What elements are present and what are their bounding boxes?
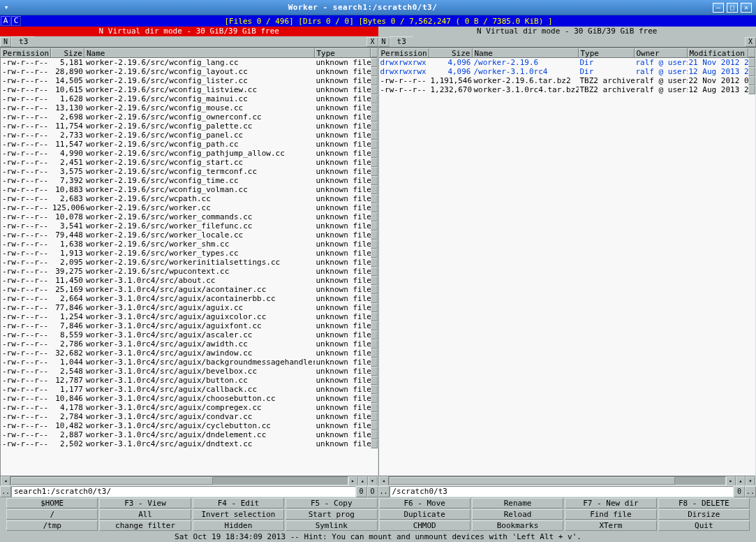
file-row[interactable]: -rw-r--r--1,254worker-3.1.0rc4/src/aguix…	[1, 312, 378, 321]
scroll-left-icon[interactable]: ◂	[379, 476, 389, 486]
file-row[interactable]: -rw-r--r--2,548worker-3.1.0rc4/src/aguix…	[1, 367, 378, 376]
h-scrollbar-left[interactable]	[10, 476, 348, 485]
path-history-left[interactable]: ..	[0, 486, 11, 497]
col-name[interactable]: Name	[84, 48, 315, 57]
left-file-list[interactable]: -rw-r--r--5,181worker-2.19.6/src/wconfig…	[1, 58, 378, 476]
action-button[interactable]: $HOME	[6, 498, 98, 508]
col-type[interactable]: Type	[579, 48, 635, 57]
file-row[interactable]: -rw-r--r--10,846worker-3.1.0rc4/src/agui…	[1, 394, 378, 403]
config-button[interactable]: C	[11, 16, 21, 26]
file-row[interactable]: -rw-r--r--1,913worker-2.19.6/src/worker_…	[1, 249, 378, 258]
file-row[interactable]: -rw-r--r--3,541worker-2.19.6/src/worker_…	[1, 221, 378, 230]
file-row[interactable]: -rw-r--r--2,095worker-2.19.6/src/workeri…	[1, 258, 378, 267]
file-row[interactable]: -rw-r--r--2,664worker-3.1.0rc4/src/aguix…	[1, 294, 378, 303]
file-row[interactable]: -rw-r--r--1,177worker-3.1.0rc4/src/aguix…	[1, 385, 378, 394]
file-row[interactable]: -rw-r--r--1,191,546worker-2.19.6.tar.bz2…	[379, 76, 756, 85]
scroll-right-icon[interactable]: ▸	[726, 476, 736, 486]
action-button[interactable]: Hidden	[193, 520, 284, 531]
file-row[interactable]: -rw-r--r--1,044worker-3.1.0rc4/src/aguix…	[1, 358, 378, 367]
action-button[interactable]: F3 - View	[99, 498, 191, 508]
tab-right[interactable]: t3	[390, 36, 414, 47]
action-button[interactable]: F4 - Edit	[193, 498, 284, 508]
path-input-left[interactable]: search1:/scratch0/t3/	[11, 486, 356, 497]
status-right[interactable]: N Virtual dir mode - 30 GiB/39 GiB free	[378, 27, 757, 36]
tab-new-right[interactable]: N	[378, 37, 390, 47]
scroll-up-icon[interactable]: ▴	[358, 476, 368, 486]
path-input-right[interactable]: /scratch0/t3	[390, 486, 734, 497]
action-button[interactable]: Rename	[472, 498, 563, 508]
action-button[interactable]: Bookmarks	[472, 520, 563, 531]
scroll-right-icon[interactable]: ▸	[348, 476, 358, 486]
action-button[interactable]: Find file	[565, 509, 656, 520]
file-row[interactable]: -rw-r--r--10,078worker-2.19.6/src/worker…	[1, 212, 378, 221]
tab-close-left[interactable]: X	[366, 37, 378, 47]
action-button[interactable]: CHMOD	[379, 520, 470, 531]
path-history-right[interactable]: ..	[378, 486, 390, 497]
action-button[interactable]: /tmp	[6, 520, 98, 531]
tab-left[interactable]: t3	[11, 36, 36, 47]
file-row[interactable]: -rw-r--r--4,178worker-3.1.0rc4/src/aguix…	[1, 403, 378, 412]
file-row[interactable]: -rw-r--r--4,990worker-2.19.6/src/wconfig…	[1, 149, 378, 158]
file-row[interactable]: -rw-r--r--5,181worker-2.19.6/src/wconfig…	[1, 58, 378, 67]
action-button[interactable]: Duplicate	[379, 509, 470, 520]
file-row[interactable]: -rw-r--r--13,130worker-2.19.6/src/wconfi…	[1, 103, 378, 112]
titlebar[interactable]: ▾ Worker - search1:/scratch0/t3/ — □ ✕	[0, 0, 756, 15]
file-row[interactable]: -rw-r--r--32,682worker-3.1.0rc4/src/agui…	[1, 349, 378, 358]
close-button[interactable]: ✕	[741, 3, 752, 13]
file-row[interactable]: -rw-r--r--2,786worker-3.1.0rc4/src/aguix…	[1, 339, 378, 349]
col-permission[interactable]: Permission	[379, 48, 429, 57]
file-row[interactable]: -rw-r--r--77,846worker-3.1.0rc4/src/agui…	[1, 303, 378, 312]
action-button[interactable]: change filter	[99, 520, 191, 531]
path-count-left[interactable]: 0	[356, 486, 367, 497]
file-row[interactable]: -rw-r--r--2,683worker-2.19.6/src/wcpath.…	[1, 194, 378, 203]
tab-new-left[interactable]: N	[0, 37, 11, 47]
h-scrollbar-right[interactable]	[389, 476, 727, 485]
action-button[interactable]: Quit	[658, 520, 750, 531]
scroll-down-icon[interactable]: ▾	[368, 476, 378, 486]
file-row[interactable]: -rw-r--r--2,733worker-2.19.6/src/wconfig…	[1, 131, 378, 140]
file-row[interactable]: -rw-r--r--3,575worker-2.19.6/src/wconfig…	[1, 167, 378, 176]
action-button[interactable]: All	[99, 509, 191, 520]
path-menu-left[interactable]: O	[367, 486, 378, 497]
col-owner[interactable]: Owner	[635, 48, 688, 57]
action-button[interactable]: Dirsize	[658, 509, 750, 520]
scroll-down-icon[interactable]: ▾	[746, 476, 755, 486]
file-row[interactable]: drwxrwxrwx4,096/worker-2.19.6Dirralf @ u…	[379, 58, 756, 67]
file-row[interactable]: -rw-r--r--79,448worker-2.19.6/src/worker…	[1, 230, 378, 240]
file-row[interactable]: -rw-r--r--14,505worker-2.19.6/src/wconfi…	[1, 76, 378, 85]
action-button[interactable]: F7 - New dir	[565, 498, 656, 508]
col-size[interactable]: Size	[429, 48, 473, 57]
file-row[interactable]: -rw-r--r--2,784worker-3.1.0rc4/src/aguix…	[1, 412, 378, 421]
action-button[interactable]: F5 - Copy	[286, 498, 377, 508]
scroll-left-icon[interactable]: ◂	[1, 476, 10, 486]
file-row[interactable]: -rw-r--r--2,698worker-2.19.6/src/wconfig…	[1, 112, 378, 122]
col-permission[interactable]: Permission	[1, 48, 51, 57]
file-row[interactable]: -rw-r--r--11,754worker-2.19.6/src/wconfi…	[1, 122, 378, 131]
right-file-list[interactable]: drwxrwxrwx4,096/worker-2.19.6Dirralf @ u…	[379, 58, 756, 476]
file-row[interactable]: -rw-r--r--125,006worker-2.19.6/src/worke…	[1, 203, 378, 212]
file-row[interactable]: -rw-r--r--7,846worker-3.1.0rc4/src/aguix…	[1, 321, 378, 330]
file-row[interactable]: -rw-r--r--11,450worker-3.1.0rc4/src/abou…	[1, 276, 378, 285]
file-row[interactable]: -rw-r--r--28,890worker-2.19.6/src/wconfi…	[1, 67, 378, 76]
action-button[interactable]: Invert selection	[193, 509, 284, 520]
file-row[interactable]: -rw-r--r--25,169worker-3.1.0rc4/src/agui…	[1, 285, 378, 294]
col-name[interactable]: Name	[473, 48, 579, 57]
file-row[interactable]: -rw-r--r--2,887worker-3.1.0rc4/src/aguix…	[1, 430, 378, 439]
col-size[interactable]: Size	[51, 48, 84, 57]
status-left[interactable]: N Virtual dir mode - 30 GiB/39 GiB free	[0, 27, 378, 36]
file-row[interactable]: -rw-r--r--7,392worker-2.19.6/src/wconfig…	[1, 176, 378, 185]
file-row[interactable]: -rw-r--r--10,615worker-2.19.6/src/wconfi…	[1, 85, 378, 94]
file-row[interactable]: -rw-r--r--2,502worker-3.1.0rc4/src/aguix…	[1, 439, 378, 448]
action-button[interactable]: F8 - DELETE	[658, 498, 750, 508]
file-row[interactable]: drwxrwxrwx4,096/worker-3.1.0rc4Dirralf @…	[379, 67, 756, 76]
file-row[interactable]: -rw-r--r--8,559worker-3.1.0rc4/src/aguix…	[1, 330, 378, 339]
file-row[interactable]: -rw-r--r--2,451worker-2.19.6/src/wconfig…	[1, 158, 378, 167]
file-row[interactable]: -rw-r--r--10,482worker-3.1.0rc4/src/agui…	[1, 421, 378, 430]
col-type[interactable]: Type	[315, 48, 371, 57]
action-button[interactable]: XTerm	[565, 520, 656, 531]
file-row[interactable]: -rw-r--r--12,787worker-3.1.0rc4/src/agui…	[1, 376, 378, 385]
action-button[interactable]: Symlink	[286, 520, 377, 531]
file-row[interactable]: -rw-r--r--1,638worker-2.19.6/src/worker_…	[1, 240, 378, 249]
minimize-button[interactable]: —	[713, 3, 724, 13]
file-row[interactable]: -rw-r--r--10,883worker-2.19.6/src/wconfi…	[1, 185, 378, 194]
